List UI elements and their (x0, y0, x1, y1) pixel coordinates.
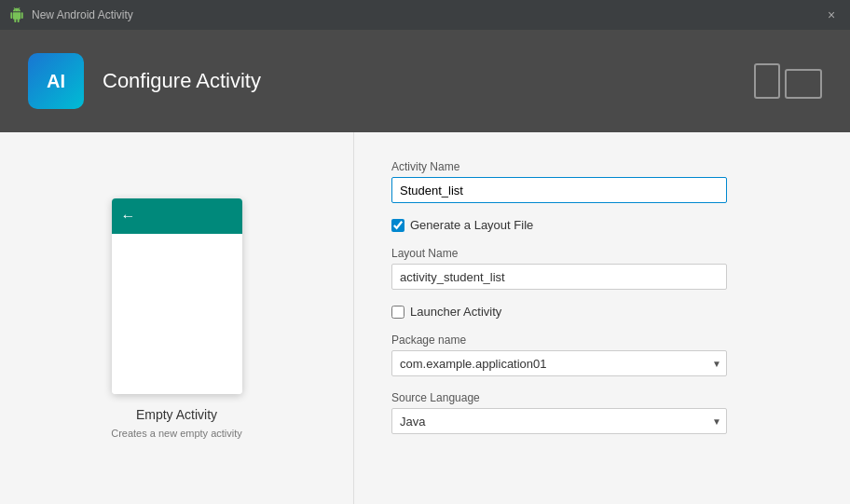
package-name-label: Package name (391, 334, 813, 347)
launcher-activity-checkbox[interactable] (391, 306, 404, 319)
close-button[interactable]: × (822, 6, 841, 24)
activity-type-label: Empty Activity (136, 407, 217, 422)
launcher-activity-row: Launcher Activity (391, 305, 813, 319)
source-language-group: Source Language Java Kotlin ▼ (391, 391, 813, 434)
device-icons (754, 63, 822, 99)
android-icon (9, 7, 24, 22)
source-language-wrapper: Java Kotlin ▼ (391, 408, 727, 434)
source-language-select[interactable]: Java Kotlin (391, 408, 727, 434)
back-arrow-icon: ← (121, 208, 136, 225)
activity-name-label: Activity Name (391, 160, 813, 173)
generate-layout-row: Generate a Layout File (391, 218, 813, 232)
package-name-select[interactable]: com.example.application01 (391, 350, 727, 376)
activity-name-input[interactable] (391, 177, 727, 203)
layout-name-label: Layout Name (391, 247, 813, 260)
source-language-label: Source Language (391, 391, 813, 404)
header: AI Configure Activity (0, 30, 850, 132)
header-title: Configure Activity (103, 69, 261, 93)
layout-name-value: activity_student_list (391, 264, 727, 290)
activity-description: Creates a new empty activity (111, 428, 242, 439)
phone-preview: ← (112, 198, 242, 394)
title-bar: New Android Activity × (0, 0, 850, 30)
generate-layout-checkbox[interactable] (391, 219, 404, 232)
logo-text: AI (47, 71, 65, 92)
title-bar-left: New Android Activity (9, 7, 133, 22)
phone-icon (754, 63, 780, 99)
preview-panel: ← Empty Activity Creates a new empty act… (0, 132, 354, 504)
layout-name-group: Layout Name activity_student_list (391, 247, 813, 290)
main-content: ← Empty Activity Creates a new empty act… (0, 132, 850, 504)
activity-name-group: Activity Name (391, 160, 813, 203)
form-panel: Activity Name Generate a Layout File Lay… (354, 132, 850, 504)
tablet-icon (785, 69, 822, 99)
phone-toolbar: ← (112, 198, 242, 234)
package-name-wrapper: com.example.application01 ▼ (391, 350, 727, 376)
phone-body (112, 234, 242, 394)
header-left: AI Configure Activity (28, 53, 261, 109)
ai-logo: AI (28, 53, 84, 109)
window-title: New Android Activity (32, 8, 133, 21)
generate-layout-label[interactable]: Generate a Layout File (410, 218, 533, 232)
launcher-activity-label[interactable]: Launcher Activity (410, 305, 501, 319)
package-name-group: Package name com.example.application01 ▼ (391, 334, 813, 376)
